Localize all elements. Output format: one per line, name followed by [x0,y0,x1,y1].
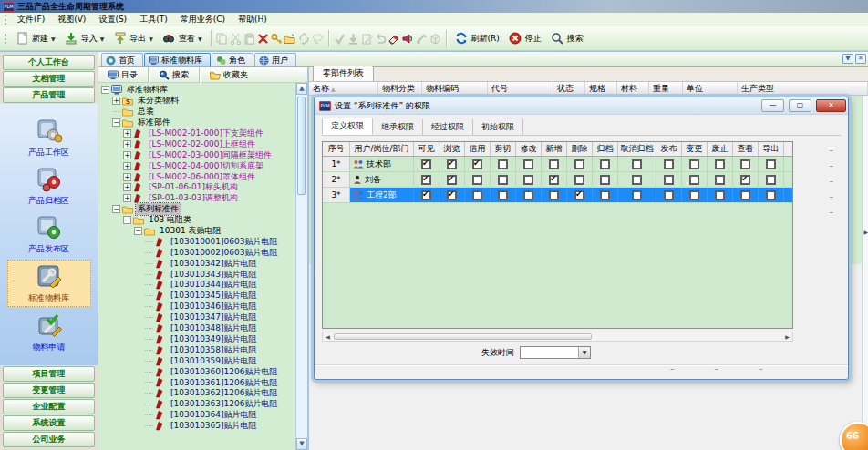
view-button[interactable]: 查看▼ [158,29,207,48]
paste-icon[interactable] [243,32,256,46]
tree-node[interactable]: [103010343]贴片电阻 [100,269,307,280]
expand-toggle-icon[interactable]: + [123,151,131,159]
permission-tab-经过权限[interactable]: 经过权限 [423,119,473,135]
sidebar-section-button[interactable]: 文档管理 [3,71,95,87]
parts-list-tab[interactable]: 零部件列表 [313,66,374,81]
permission-checkbox[interactable] [715,190,725,200]
checkin-icon[interactable] [346,32,360,46]
permission-checkbox[interactable] [472,175,482,185]
permission-checkbox[interactable] [715,175,725,185]
permission-checkbox[interactable] [740,190,750,200]
permission-checkbox[interactable] [664,159,674,169]
tree-node[interactable]: [103010359]贴片电阻 [100,355,307,366]
expand-toggle-icon[interactable]: + [123,140,131,148]
tree-node[interactable]: +[LS-M002-04-000]切割系底架 [100,160,307,171]
refresh-button[interactable]: 刷新(R) [450,29,504,48]
parts-column-header[interactable]: 物料分类 [378,82,422,95]
expand-toggle-icon[interactable]: + [123,183,131,191]
tab-close-button[interactable]: ✕ [855,54,866,64]
permission-checkbox[interactable] [421,190,431,200]
tab-首页[interactable]: 首页 [101,53,143,66]
dialog-maximize-button[interactable]: ▢ [789,99,811,112]
permission-checkbox[interactable] [523,190,533,200]
tree-node[interactable]: +[LS-M002-06-000]罩体组件 [100,171,307,182]
permission-checkbox[interactable] [523,159,533,169]
permission-checkbox[interactable] [740,175,750,185]
expand-toggle-icon[interactable]: + [123,162,131,170]
permission-checkbox[interactable] [447,190,457,200]
sidebar-item-产品归档区[interactable]: 产品归档区 [7,163,91,209]
scroll-down-icon[interactable]: ▼ [296,438,307,450]
link-icon[interactable] [297,32,311,46]
sidebar-section-button[interactable]: 项目管理 [3,366,95,382]
sidebar-item-物料申请[interactable]: 物料申请 [7,310,91,355]
tree-toolbar-搜索[interactable]: 搜索 [152,67,195,83]
permission-checkbox[interactable] [689,159,699,169]
expand-right-icon[interactable]: ▶ [863,229,868,235]
tree-node[interactable]: +[LS-M002-03-000]间隔框架组件 [100,149,307,160]
sidebar-section-button[interactable]: 系统设置 [3,415,95,431]
permission-checkbox[interactable] [600,175,610,185]
stop-button[interactable]: 停止 [504,29,546,48]
lasso-icon[interactable] [311,32,325,46]
dialog-minimize-button[interactable]: — [761,99,784,112]
package-icon[interactable] [429,32,442,46]
tree-node[interactable]: [103010345]贴片电阻 [100,291,307,302]
permission-checkbox[interactable] [766,159,776,169]
tree-node[interactable]: [103010349]贴片电阻 [100,333,307,344]
permission-checkbox[interactable] [549,159,559,169]
edit-icon[interactable] [360,32,374,46]
tree-node[interactable]: 总装 [100,107,307,118]
permission-checkbox[interactable] [632,175,642,185]
tree-node[interactable]: [103010365]贴片电阻 [100,421,307,432]
permission-checkbox[interactable] [421,175,431,185]
sidebar-item-产品工作区[interactable]: 产品工作区 [7,115,91,160]
hscroll-left-icon[interactable]: ◀ [323,332,333,341]
tree-toolbar-收藏夹[interactable]: 收藏夹 [203,67,254,83]
sidebar-section-button[interactable]: 个人工作台 [3,55,95,70]
permission-checkbox[interactable] [523,175,533,185]
permission-checkbox[interactable] [498,175,508,185]
permission-checkbox[interactable] [664,190,674,200]
permission-checkbox[interactable] [715,159,725,169]
parts-column-header[interactable]: 生产类型 [738,82,868,95]
permission-checkbox[interactable] [498,159,508,169]
parts-column-header[interactable]: 物料编码 [422,82,488,95]
tool-icon[interactable] [415,32,429,46]
expand-toggle-icon[interactable]: − [112,118,120,127]
permission-tab-初始权限[interactable]: 初始权限 [473,119,523,135]
expand-toggle-icon[interactable]: + [112,97,120,105]
permission-row[interactable]: 1*技术部 [323,157,792,172]
permission-checkbox[interactable] [549,175,559,185]
expire-time-combobox[interactable]: ▼ [520,346,591,359]
permission-checkbox[interactable] [447,175,457,185]
tree-node[interactable]: [103010344]贴片电阻 [100,280,307,291]
menu-item[interactable]: 常用业务(C) [174,14,232,25]
tree-node[interactable]: −10301 表贴电阻 [100,226,307,237]
tree-node[interactable]: −标准部件 [100,118,307,128]
scrollbar-thumb[interactable] [297,97,306,195]
tree-node[interactable]: +[LS-M002-02-000]上框组件 [100,138,307,149]
parts-column-header[interactable]: 单位 [683,82,738,95]
tree-node[interactable]: [103010342]贴片电阻 [100,258,307,269]
menu-item[interactable]: 文件(F) [11,14,51,25]
permission-checkbox[interactable] [549,190,559,200]
tree-node[interactable]: [103010346]贴片电阻 [100,302,307,312]
tree-toolbar-目录[interactable]: 目录 [101,67,144,83]
tree-node[interactable]: +[SP-01-03-03]调整机构 [100,193,307,204]
menu-item[interactable]: 视图(V) [51,14,92,25]
parts-column-header[interactable]: 名称▲ [309,82,378,95]
parts-column-header[interactable]: 材料 [617,82,649,95]
export-button[interactable]: 导出▼ [108,29,158,48]
approve-check-icon[interactable] [333,32,346,46]
tree-node[interactable]: [103010347]贴片电阻 [100,312,307,323]
permission-checkbox[interactable] [472,159,482,169]
tree-node[interactable]: [103010001]0603贴片电阻 [100,236,307,247]
expand-toggle-icon[interactable]: + [123,173,131,181]
menu-item[interactable]: 帮助(H) [232,14,274,25]
cut-icon[interactable] [229,32,243,46]
permission-row[interactable]: 2*刘备 [323,172,792,188]
expand-toggle-icon[interactable]: − [101,86,109,94]
tab-角色[interactable]: 角色 [212,53,253,66]
tree-node[interactable]: [103010364]贴片电阻 [100,410,307,421]
